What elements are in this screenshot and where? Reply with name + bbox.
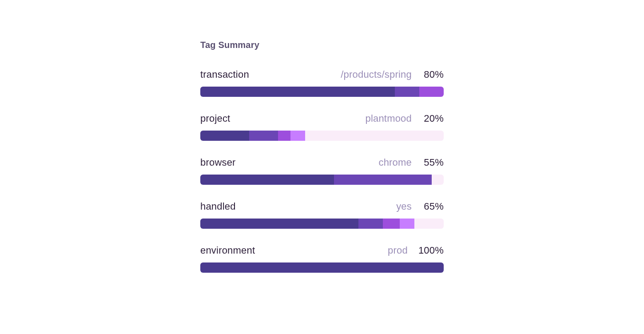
tag-row: environmentprod100% [200,245,444,273]
tag-top-pct: 100% [418,245,444,256]
tag-top-value[interactable]: chrome [378,157,412,168]
tag-bar[interactable] [200,175,444,185]
tag-summary-panel: Tag Summary transaction/products/spring8… [200,40,444,289]
tag-bar[interactable] [200,87,444,97]
tag-bar-segment[interactable] [200,175,334,185]
tag-row: handledyes65% [200,201,444,229]
tag-bar-segment[interactable] [249,131,278,141]
tag-name[interactable]: environment [200,245,255,256]
tag-bar-segment[interactable] [358,219,383,229]
tag-meta: prod100% [388,245,444,256]
tag-name[interactable]: handled [200,201,236,212]
tag-meta: plantmood20% [365,113,444,124]
tag-bar-segment[interactable] [290,131,305,141]
tag-bar-segment[interactable] [414,219,444,229]
tag-meta: /products/spring80% [341,69,444,80]
tag-top-pct: 55% [422,157,444,168]
tag-row: transaction/products/spring80% [200,69,444,97]
tag-header: transaction/products/spring80% [200,69,444,80]
tag-bar-segment[interactable] [200,131,249,141]
tag-top-value[interactable]: plantmood [365,113,412,124]
tag-bar-segment[interactable] [395,87,419,97]
tag-name[interactable]: transaction [200,69,249,80]
tag-bar[interactable] [200,131,444,141]
tag-bar-segment[interactable] [432,175,444,185]
tag-top-value[interactable]: yes [396,201,412,212]
tag-top-pct: 65% [422,201,444,212]
tag-rows: transaction/products/spring80%projectpla… [200,69,444,273]
panel-title: Tag Summary [200,40,444,50]
tag-row: browserchrome55% [200,157,444,185]
tag-bar-segment[interactable] [278,131,290,141]
tag-bar-segment[interactable] [200,87,395,97]
tag-bar-segment[interactable] [334,175,431,185]
tag-name[interactable]: browser [200,157,236,168]
tag-header: browserchrome55% [200,157,444,168]
tag-row: projectplantmood20% [200,113,444,141]
tag-bar-segment[interactable] [200,219,358,229]
tag-bar-segment[interactable] [305,131,444,141]
tag-header: projectplantmood20% [200,113,444,124]
tag-header: environmentprod100% [200,245,444,256]
tag-header: handledyes65% [200,201,444,212]
tag-meta: chrome55% [378,157,444,168]
tag-name[interactable]: project [200,113,230,124]
tag-top-value[interactable]: /products/spring [341,69,412,80]
tag-bar-segment[interactable] [400,219,414,229]
tag-top-value[interactable]: prod [388,245,408,256]
tag-top-pct: 20% [422,113,444,124]
tag-bar-segment[interactable] [419,87,444,97]
tag-top-pct: 80% [422,69,444,80]
tag-meta: yes65% [396,201,444,212]
tag-bar-segment[interactable] [200,262,444,273]
tag-bar-segment[interactable] [383,219,400,229]
tag-bar[interactable] [200,262,444,273]
tag-bar[interactable] [200,219,444,229]
